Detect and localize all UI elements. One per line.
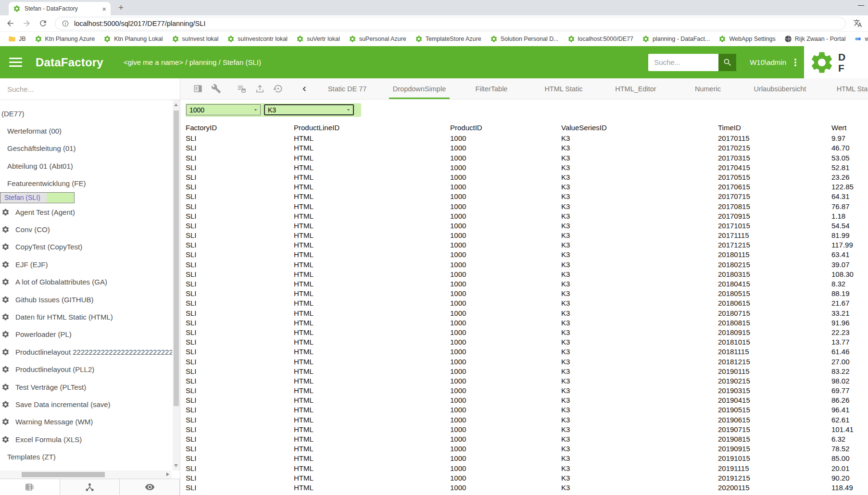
table-cell: 20190115 bbox=[718, 367, 831, 376]
tree-item-warning-message-wm[interactable]: Warning Message (WM) bbox=[0, 413, 172, 431]
table-cell: K3 bbox=[561, 337, 718, 347]
tree-item-featureentwicklung-fe[interactable]: Featureentwicklung (FE) bbox=[0, 175, 172, 192]
tree-item-powerloader-pl[interactable]: Powerloader (PL) bbox=[0, 326, 172, 343]
search-button[interactable] bbox=[718, 54, 736, 71]
view-tab-grid[interactable] bbox=[0, 479, 60, 495]
tree-item-stefan-sli[interactable]: Stefan (SLI) bbox=[0, 192, 75, 203]
logo-letters: DF bbox=[838, 51, 845, 74]
report-view-icon[interactable] bbox=[193, 84, 203, 94]
bookmark-solution-personal-d[interactable]: Solution Personal D... bbox=[486, 35, 563, 43]
tree-item-geschäftsleitung-01[interactable]: Geschäftsleitung (01) bbox=[0, 140, 172, 157]
bookmark-supersonal-azure[interactable]: suPersonal Azure bbox=[344, 35, 411, 43]
tree-item-productlinelayout-pll2[interactable]: Productlinelayout (PLL2) bbox=[0, 360, 172, 378]
tree-item-agent-test-agent[interactable]: Agent Test (Agent) bbox=[0, 203, 172, 221]
table-cell: K3 bbox=[561, 173, 718, 182]
valueseriesid-select[interactable]: K3 bbox=[264, 104, 354, 115]
window-minimize-button[interactable]: — bbox=[858, 1, 864, 9]
table-cell: HTML bbox=[294, 376, 450, 386]
table-cell: 22.23 bbox=[831, 328, 868, 337]
table-cell: 1000 bbox=[450, 298, 561, 308]
view-tab-hierarchy[interactable] bbox=[60, 479, 120, 495]
sidebar-search-input[interactable] bbox=[0, 85, 154, 93]
tree-item-templates-zt[interactable]: Templates (ZT) bbox=[0, 448, 172, 465]
tree-item-daten-für-html-static-html[interactable]: Daten für HTML Static (HTML) bbox=[0, 308, 172, 325]
tree-item-label: Powerloader (PL) bbox=[15, 330, 72, 338]
table-cell: 20181115 bbox=[718, 347, 831, 357]
table-cell: SLI bbox=[186, 279, 294, 289]
bookmark-suinvestcontr-lokal[interactable]: suInvestcontr lokal bbox=[223, 35, 292, 43]
table-cell: HTML bbox=[294, 163, 450, 173]
upload-icon[interactable] bbox=[255, 84, 265, 94]
kebab-menu-icon[interactable] bbox=[794, 62, 796, 63]
tab-html-static[interactable]: HTML Static bbox=[528, 78, 600, 99]
tree-item-github-issues-github[interactable]: Github Issues (GITHUB) bbox=[0, 291, 172, 308]
tab-filtertable[interactable]: FilterTable bbox=[455, 78, 528, 99]
column-header-factoryid: FactoryID bbox=[186, 123, 294, 134]
bookmark-label: window.print + c... bbox=[865, 36, 868, 42]
bookmark-planning-datafact[interactable]: planning - DataFact... bbox=[638, 35, 715, 43]
save-list-icon[interactable] bbox=[237, 84, 247, 94]
view-tab-preview[interactable] bbox=[120, 479, 180, 495]
table-cell: K3 bbox=[561, 192, 718, 201]
tree-item-ejf-ejf[interactable]: EJF (EJF) bbox=[0, 256, 172, 273]
bookmark-webapp-settings[interactable]: WebApp Settings bbox=[714, 35, 780, 43]
site-info-icon[interactable] bbox=[62, 20, 69, 27]
tree-item-abteilung-01-abt01[interactable]: Abteilung 01 (Abt01) bbox=[0, 157, 172, 174]
scroll-right-icon[interactable] bbox=[166, 472, 169, 476]
folder-icon bbox=[8, 35, 16, 43]
gear-icon bbox=[415, 35, 423, 43]
history-restore-icon[interactable] bbox=[273, 84, 283, 94]
tree-item-productlinelayout-22222222222222222222222222222222[interactable]: Productlinelayout 2222222222222222222222… bbox=[0, 343, 172, 360]
tree-item-de77[interactable]: (DE77) bbox=[0, 105, 172, 122]
table-cell: 20170315 bbox=[718, 153, 831, 163]
bookmark-templatestore-azure[interactable]: TemplateStore Azure bbox=[411, 35, 486, 43]
bookmark-ktn-planung-azure[interactable]: Ktn Planung Azure bbox=[30, 35, 100, 43]
browser-tab-title: Stefan - DataFactory bbox=[25, 5, 98, 12]
bookmark-window-print-c[interactable]: window.print + c... bbox=[850, 35, 868, 43]
tab-scroll-left-icon[interactable] bbox=[300, 84, 309, 94]
tree-item-excel-formula-xls[interactable]: Excel Formula (XLS) bbox=[0, 431, 172, 448]
tree-item-copytest-copytest[interactable]: CopyTest (CopyTest) bbox=[0, 238, 172, 256]
tree-item-conv-co[interactable]: Conv (CO) bbox=[0, 221, 172, 238]
settings-wrench-icon[interactable] bbox=[211, 84, 221, 94]
bookmark-rijk-zwaan-portal[interactable]: Rijk Zwaan - Portal bbox=[780, 35, 850, 43]
table-cell: SLI bbox=[186, 464, 294, 473]
table-cell: 20180315 bbox=[718, 270, 831, 279]
tab-urlaubsübersicht[interactable]: Urlaubsübersicht bbox=[744, 78, 816, 99]
bookmark-ktn-planung-lokal[interactable]: Ktn Planung Lokal bbox=[99, 35, 167, 43]
productid-select[interactable]: 1000 bbox=[186, 104, 261, 115]
tab-numeric[interactable]: Numeric bbox=[672, 78, 744, 99]
tree-item-werteformat-00[interactable]: Werteformat (00) bbox=[0, 122, 172, 139]
tree-item-save-data-incremental-save[interactable]: Save Data incremental (save) bbox=[0, 396, 172, 413]
url-field[interactable]: localhost:5000/sql2017/DE77/planning/SLI bbox=[55, 17, 846, 30]
tree-item-a-lot-of-globalattributes-ga[interactable]: A lot of Globalattributes (GA) bbox=[0, 273, 172, 291]
scroll-up-icon[interactable] bbox=[174, 103, 178, 106]
vertical-scrollbar[interactable] bbox=[173, 100, 180, 470]
forward-icon[interactable] bbox=[22, 19, 31, 28]
tree-item-test-verträge-pltest[interactable]: Test Verträge (PLTest) bbox=[0, 378, 172, 396]
reload-icon[interactable] bbox=[38, 19, 48, 28]
horizontal-scrollbar-thumb[interactable] bbox=[22, 472, 105, 477]
bookmark-suinvest-lokal[interactable]: suInvest lokal bbox=[167, 35, 223, 43]
table-cell: HTML bbox=[294, 309, 450, 318]
translate-icon[interactable] bbox=[853, 19, 862, 28]
vertical-scrollbar-thumb[interactable] bbox=[174, 111, 179, 406]
new-tab-button[interactable]: + bbox=[118, 2, 124, 13]
horizontal-scrollbar[interactable] bbox=[0, 470, 180, 479]
hamburger-menu-icon[interactable] bbox=[9, 58, 22, 67]
scroll-down-icon[interactable] bbox=[174, 464, 178, 467]
tab-html-sta[interactable]: HTML Sta bbox=[816, 78, 868, 99]
bookmark-jb[interactable]: JB bbox=[4, 35, 30, 43]
header-search-input[interactable] bbox=[648, 54, 718, 71]
browser-tab[interactable]: Stefan - DataFactory × bbox=[9, 2, 111, 15]
bookmark-localhost-5000-de77[interactable]: localhost:5000/DE77 bbox=[563, 35, 638, 43]
back-icon[interactable] bbox=[6, 19, 15, 28]
table-cell: 85.00 bbox=[831, 454, 868, 463]
tab-dropdownsimple[interactable]: DropdownSimple bbox=[383, 78, 455, 99]
table-cell: 1000 bbox=[450, 493, 561, 495]
tab-html-editor[interactable]: HTML_Editor bbox=[600, 78, 672, 99]
tab-static-de-77[interactable]: Static DE 77 bbox=[311, 78, 383, 99]
table-cell: K3 bbox=[561, 396, 718, 405]
bookmark-suvertr-lokal[interactable]: suVertr lokal bbox=[292, 35, 344, 43]
close-tab-icon[interactable]: × bbox=[102, 5, 106, 12]
